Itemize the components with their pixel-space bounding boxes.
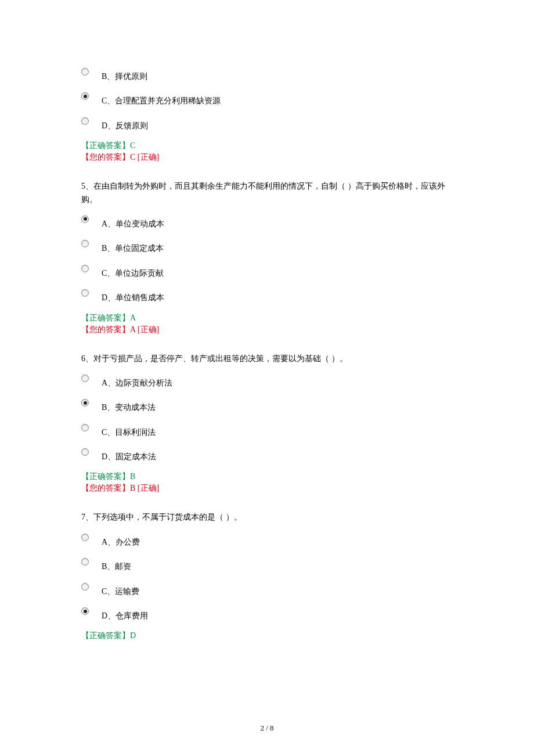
- radio-icon[interactable]: [81, 534, 89, 541]
- question-text: 6、对于亏损产品，是否停产、转产或出租等的决策，需要以为基础（ ）。: [81, 352, 453, 365]
- radio-icon[interactable]: [81, 583, 89, 591]
- option-label: B、单位固定成本: [102, 239, 164, 255]
- option-row: D、仓库费用: [81, 606, 453, 622]
- radio-icon[interactable]: [81, 448, 89, 456]
- option-label: B、变动成本法: [102, 398, 156, 414]
- document-page: B、择优原则 C、合理配置并充分利用稀缺资源 D、反馈原则 【正确答案】C 【您…: [0, 0, 534, 756]
- option-label: D、反馈原则: [102, 116, 148, 132]
- your-answer-line: 【您的答案】B [正确]: [81, 483, 453, 494]
- option-row: D、单位销售成本: [81, 288, 453, 304]
- option-row: B、邮资: [81, 557, 453, 573]
- radio-icon[interactable]: [81, 375, 89, 382]
- option-row: A、办公费: [81, 532, 453, 549]
- page-number: 2 / 8: [0, 723, 534, 733]
- q5-options: A、单位变动成本 B、单位固定成本 C、单位边际贡献 D、单位销售成本: [81, 214, 453, 305]
- option-label: C、运输费: [102, 582, 139, 598]
- radio-icon[interactable]: [81, 117, 89, 125]
- option-label: B、邮资: [102, 557, 131, 573]
- option-label: C、合理配置并充分利用稀缺资源: [102, 91, 221, 107]
- q4-options: B、择优原则 C、合理配置并充分利用稀缺资源 D、反馈原则: [81, 67, 453, 132]
- radio-icon[interactable]: [81, 68, 89, 75]
- option-row: C、目标利润法: [81, 423, 453, 439]
- option-label: D、仓库费用: [102, 606, 148, 622]
- correct-answer-line: 【正确答案】B: [81, 471, 453, 482]
- option-row: B、单位固定成本: [81, 239, 453, 255]
- your-answer-line: 【您的答案】C [正确]: [81, 152, 453, 163]
- question-text: 7、下列选项中，不属于订货成本的是（ ）。: [81, 511, 453, 524]
- question-text: 5、在由自制转为外购时，而且其剩余生产能力不能利用的情况下，自制（ ）高于购买价…: [81, 180, 453, 206]
- option-row: A、单位变动成本: [81, 214, 453, 231]
- option-label: A、单位变动成本: [102, 214, 164, 231]
- radio-icon[interactable]: [81, 607, 89, 615]
- radio-icon[interactable]: [81, 215, 89, 223]
- q7-options: A、办公费 B、邮资 C、运输费 D、仓库费用: [81, 532, 453, 623]
- correct-answer-line: 【正确答案】D: [81, 631, 453, 641]
- option-label: C、单位边际贡献: [102, 264, 164, 280]
- your-answer-line: 【您的答案】A [正确]: [81, 325, 453, 335]
- option-row: D、固定成本法: [81, 447, 453, 463]
- option-label: D、单位销售成本: [102, 288, 164, 304]
- option-label: A、办公费: [102, 532, 140, 549]
- radio-icon[interactable]: [81, 265, 89, 272]
- radio-icon[interactable]: [81, 92, 89, 100]
- correct-answer-line: 【正确答案】C: [81, 141, 453, 151]
- option-row: B、变动成本法: [81, 398, 453, 414]
- option-label: D、固定成本法: [102, 447, 156, 463]
- option-label: B、择优原则: [102, 67, 147, 83]
- option-row: B、择优原则: [81, 67, 453, 83]
- radio-icon[interactable]: [81, 558, 89, 566]
- q6-options: A、边际贡献分析法 B、变动成本法 C、目标利润法 D、固定成本法: [81, 373, 453, 464]
- radio-icon[interactable]: [81, 289, 89, 297]
- option-row: C、单位边际贡献: [81, 264, 453, 280]
- option-label: C、目标利润法: [102, 423, 156, 439]
- option-row: C、合理配置并充分利用稀缺资源: [81, 91, 453, 107]
- radio-icon[interactable]: [81, 424, 89, 431]
- radio-icon[interactable]: [81, 240, 89, 247]
- option-label: A、边际贡献分析法: [102, 373, 172, 390]
- option-row: A、边际贡献分析法: [81, 373, 453, 390]
- radio-icon[interactable]: [81, 399, 89, 406]
- correct-answer-line: 【正确答案】A: [81, 313, 453, 323]
- option-row: D、反馈原则: [81, 116, 453, 132]
- option-row: C、运输费: [81, 582, 453, 598]
